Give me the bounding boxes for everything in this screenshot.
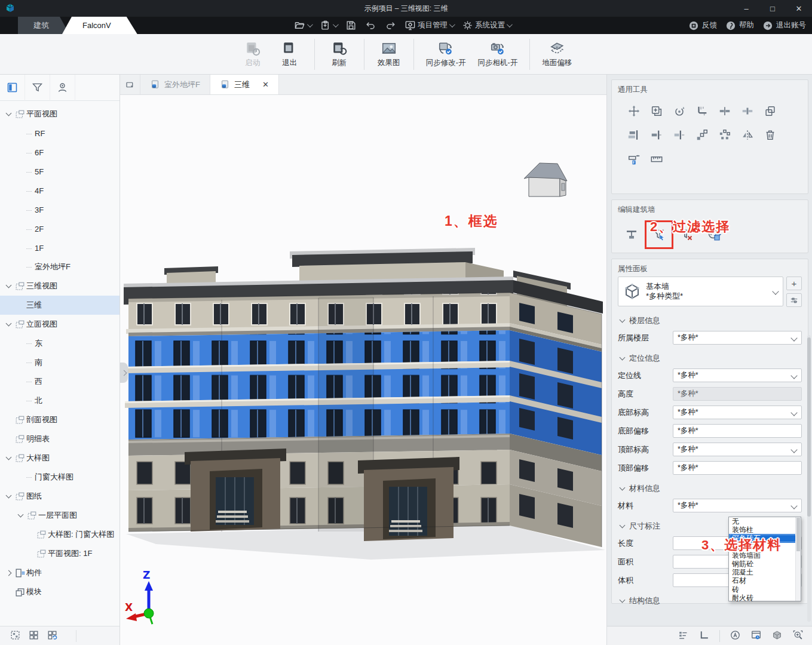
type-settings-button[interactable] bbox=[786, 293, 802, 307]
toolbar-refresh-button[interactable]: 刷新 bbox=[322, 38, 357, 70]
tree-item[interactable]: 东 bbox=[0, 334, 119, 353]
tool-move-button[interactable] bbox=[623, 103, 645, 119]
material-option[interactable]: 无 bbox=[729, 517, 801, 526]
prop-list-button[interactable] bbox=[678, 629, 689, 643]
顶部标高-select[interactable]: *多种* bbox=[673, 443, 802, 456]
paste-new-button[interactable] bbox=[317, 17, 339, 34]
dropdown-scrollbar[interactable] bbox=[795, 517, 801, 601]
tree-item[interactable]: 北 bbox=[0, 391, 119, 410]
tree-item[interactable]: 三维视图 bbox=[0, 277, 119, 296]
select-restore-button[interactable] bbox=[47, 629, 58, 643]
底部偏移-input[interactable]: *多种* bbox=[673, 424, 802, 438]
minimize-button[interactable]: – bbox=[733, 0, 759, 17]
select-empty-button[interactable] bbox=[28, 629, 39, 643]
tool-stretch-button[interactable] bbox=[623, 151, 645, 167]
menu-project-management[interactable]: 项目管理 bbox=[402, 17, 456, 34]
tool-mirror-button[interactable] bbox=[736, 127, 759, 143]
tool-delete-button[interactable] bbox=[759, 127, 782, 143]
material-option[interactable]: 石材 bbox=[729, 576, 801, 585]
tree-item[interactable]: 室外地坪F bbox=[0, 257, 119, 277]
tree-item[interactable]: 一层平面图 bbox=[0, 506, 119, 525]
tab-falconv[interactable]: FalconV bbox=[62, 17, 137, 34]
tool-align-right-button[interactable] bbox=[645, 127, 668, 143]
所属楼层-select[interactable]: *多种* bbox=[673, 331, 802, 345]
wall-type-selector[interactable]: 基本墙 *多种类型* bbox=[618, 277, 783, 306]
browser-locate-button[interactable] bbox=[50, 75, 75, 101]
定位线-select[interactable]: *多种* bbox=[673, 368, 802, 382]
browser-panel-columns-button[interactable] bbox=[0, 75, 25, 101]
tree-item[interactable]: 三维 bbox=[0, 296, 119, 315]
section-header[interactable]: 定位信息 bbox=[618, 351, 802, 366]
chevron-down-icon[interactable] bbox=[16, 514, 25, 517]
panel-scrollbar[interactable] bbox=[807, 335, 811, 622]
select-set-button[interactable] bbox=[10, 629, 21, 643]
window-settings-button[interactable] bbox=[750, 629, 762, 643]
tree-item[interactable]: 4F bbox=[0, 181, 119, 200]
solid-cube-button[interactable] bbox=[771, 629, 783, 643]
toolbar-ground-offset-button[interactable]: 地面偏移 bbox=[537, 38, 577, 70]
feedback-button[interactable]: 反馈 bbox=[688, 20, 717, 31]
材料-select[interactable]: *多种*无装饰柱深色砖石浅色石砖装饰墙面钢筋砼混凝土石材砖耐火砖 bbox=[673, 499, 802, 512]
tab-switcher-button[interactable] bbox=[120, 75, 140, 94]
tool-array-group-button[interactable] bbox=[713, 127, 736, 143]
chevron-down-icon[interactable] bbox=[4, 285, 13, 287]
toolbar-sync-edit-button[interactable]: 同步修改-开 bbox=[421, 38, 471, 70]
tree-item[interactable]: 明细表 bbox=[0, 429, 119, 449]
chevron-right-icon[interactable] bbox=[4, 571, 13, 575]
maximize-button[interactable]: □ bbox=[759, 0, 786, 17]
tree-item[interactable]: RF bbox=[0, 124, 119, 143]
auto-a-button[interactable] bbox=[730, 629, 741, 643]
material-option[interactable]: 砖 bbox=[729, 585, 801, 594]
open-folder-button[interactable] bbox=[292, 17, 314, 34]
edit-wall-wall-justify-button[interactable] bbox=[621, 225, 642, 245]
tool-trim-button[interactable] bbox=[691, 103, 713, 119]
material-option[interactable]: 钢筋砼 bbox=[729, 560, 801, 568]
chevron-down-icon[interactable] bbox=[4, 495, 13, 497]
tree-item[interactable]: 门窗大样图 bbox=[0, 468, 119, 487]
tree-item[interactable]: 3F bbox=[0, 200, 119, 219]
tree-item[interactable]: 构件 bbox=[0, 563, 119, 582]
tree-item[interactable]: 平面视图: 1F bbox=[0, 544, 119, 563]
doc-tab-inactive[interactable]: 室外地坪F bbox=[140, 75, 210, 94]
tool-align-center-button[interactable] bbox=[668, 127, 691, 143]
tree-item[interactable]: 6F bbox=[0, 143, 119, 162]
browser-filter-button[interactable] bbox=[25, 75, 50, 101]
tree-item[interactable]: 立面视图 bbox=[0, 315, 119, 334]
tree-item[interactable]: 2F bbox=[0, 219, 119, 238]
material-option[interactable]: 耐火砖 bbox=[729, 594, 801, 602]
tool-match-button[interactable] bbox=[759, 103, 782, 119]
tree-item[interactable]: 西 bbox=[0, 372, 119, 391]
logout-button[interactable]: 退出账号 bbox=[762, 20, 806, 31]
tool-align-stack-button[interactable] bbox=[623, 127, 645, 143]
section-header[interactable]: 楼层信息 bbox=[618, 313, 802, 328]
chevron-down-icon[interactable] bbox=[4, 113, 13, 115]
tool-copy-button[interactable] bbox=[645, 103, 668, 119]
tree-item[interactable]: 1F bbox=[0, 238, 119, 257]
corner-button[interactable] bbox=[698, 629, 710, 643]
section-header[interactable]: 材料信息 bbox=[618, 481, 802, 496]
tree-item[interactable]: 图纸 bbox=[0, 487, 119, 506]
add-type-button[interactable]: + bbox=[786, 277, 802, 290]
tree-item[interactable]: 5F bbox=[0, 162, 119, 181]
tool-break-button[interactable] bbox=[736, 103, 759, 119]
tree-item[interactable]: 大样图 bbox=[0, 449, 119, 468]
help-button[interactable]: 帮助 bbox=[725, 20, 754, 31]
close-button[interactable]: ✕ bbox=[786, 0, 812, 17]
tool-measure-button[interactable] bbox=[645, 151, 668, 167]
doc-tab-active[interactable]: 三维✕ bbox=[210, 75, 279, 94]
底部标高-select[interactable]: *多种* bbox=[673, 406, 802, 419]
tool-rotate-button[interactable] bbox=[668, 103, 691, 119]
toolbar-exit-button[interactable]: 退出 bbox=[272, 38, 307, 70]
undo-button[interactable] bbox=[363, 17, 379, 34]
tab-architecture[interactable]: 建筑 bbox=[18, 17, 69, 34]
material-option[interactable]: 装饰柱 bbox=[729, 526, 801, 534]
顶部偏移-input[interactable]: *多种* bbox=[673, 461, 802, 475]
tool-split-button[interactable] bbox=[713, 103, 736, 119]
tool-array-path-button[interactable] bbox=[691, 127, 713, 143]
zoom-extent-button[interactable] bbox=[792, 629, 804, 643]
chevron-down-icon[interactable] bbox=[4, 457, 13, 459]
redo-button[interactable] bbox=[382, 17, 399, 34]
close-tab-icon[interactable]: ✕ bbox=[262, 80, 269, 89]
3d-viewport[interactable]: Z X 1、框选 bbox=[120, 95, 606, 645]
tree-item[interactable]: 大样图: 门窗大样图 bbox=[0, 525, 119, 544]
